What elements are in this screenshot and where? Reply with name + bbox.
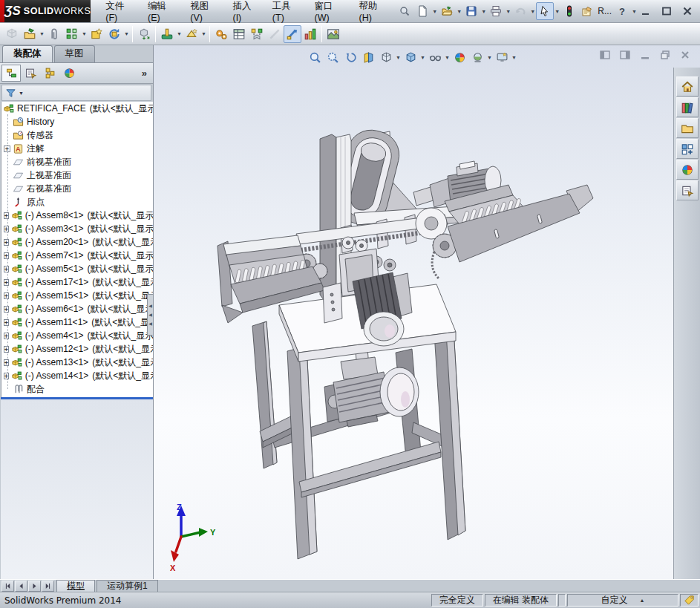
- view-orientation-button[interactable]: [377, 48, 395, 66]
- document-tab-0[interactable]: 模型: [56, 580, 95, 592]
- document-tab-1[interactable]: 运动算例1: [97, 580, 158, 592]
- tree-row[interactable]: 原点: [1, 195, 153, 209]
- next-tab-button[interactable]: [28, 581, 41, 592]
- expand-icon[interactable]: +: [4, 346, 9, 353]
- dropdown-arrow-icon[interactable]: ▼: [176, 25, 183, 43]
- tree-row[interactable]: +(-) Assem11<1>(默认<默认_显示状态: [1, 316, 153, 329]
- assembly-features-button[interactable]: [158, 25, 176, 43]
- configuration-manager-tab[interactable]: [40, 65, 59, 82]
- assembly-model-graphics[interactable]: Z Y X: [154, 68, 672, 579]
- expand-icon[interactable]: +: [4, 333, 9, 339]
- tree-row-root[interactable]: RETIFICA_FACE(默认<默认_显示状态-1>): [1, 102, 153, 115]
- tree-row[interactable]: +(-) Assem15<1>(默认<默认_显示状态: [1, 289, 153, 302]
- display-style-button[interactable]: [402, 48, 419, 66]
- design-library-button[interactable]: [676, 97, 699, 117]
- expand-icon[interactable]: +: [4, 279, 9, 286]
- tree-row[interactable]: 上视基准面: [1, 169, 153, 182]
- mate-button[interactable]: [45, 25, 63, 43]
- exploded-view-button[interactable]: [248, 25, 266, 43]
- last-tab-button[interactable]: [42, 581, 54, 592]
- expand-icon[interactable]: +: [4, 373, 9, 379]
- tree-filter-bar[interactable]: ▼: [1, 85, 151, 101]
- help-button[interactable]: ?: [613, 2, 631, 20]
- hide-show-items-button[interactable]: [426, 48, 444, 66]
- undo-button[interactable]: [511, 2, 529, 20]
- expand-icon[interactable]: +: [4, 239, 9, 246]
- tree-row[interactable]: +(-) Assem7<1>(默认<默认_显示状态: [1, 249, 153, 262]
- menu-item-4[interactable]: 工具(T): [264, 0, 306, 22]
- dropdown-arrow-icon[interactable]: ▼: [554, 2, 560, 20]
- component-pattern-button[interactable]: [63, 25, 81, 43]
- tree-row[interactable]: +(-) Assem6<1>(默认<默认_显示状态: [1, 302, 153, 316]
- tree-row[interactable]: +(-) Assem14<1>(默认<默认_显示状态: [1, 369, 153, 382]
- pane-right-button[interactable]: [618, 48, 632, 62]
- filter-dropdown-arrow[interactable]: ▼: [19, 91, 24, 96]
- menu-item-2[interactable]: 视图(V): [181, 0, 223, 22]
- expand-icon[interactable]: +: [4, 266, 9, 272]
- menu-item-0[interactable]: 文件(F): [97, 0, 139, 22]
- edit-note-button[interactable]: [578, 2, 596, 20]
- first-tab-button[interactable]: [1, 581, 14, 592]
- pane-left-button[interactable]: [598, 48, 612, 62]
- bill-of-materials-button[interactable]: [230, 25, 248, 43]
- tree-row[interactable]: +(-) Assem12<1>(默认<默认_显示状态: [1, 342, 153, 356]
- open-part-button[interactable]: [21, 25, 39, 43]
- section-view-button[interactable]: [359, 48, 377, 66]
- tree-row[interactable]: +(-) Assem20<1>(默认<默认_显示状态: [1, 235, 153, 249]
- open-document-button[interactable]: [438, 2, 456, 20]
- tree-row[interactable]: 前视基准面: [1, 155, 153, 169]
- menu-item-6[interactable]: 帮助(H): [350, 0, 393, 22]
- close-button[interactable]: [679, 4, 696, 19]
- dropdown-arrow-icon[interactable]: ▼: [431, 2, 438, 20]
- expand-icon[interactable]: +: [4, 359, 9, 366]
- search-button[interactable]: [396, 2, 413, 20]
- tree-row[interactable]: +(-) Assem13<1>(默认<默认_显示状态: [1, 356, 153, 369]
- doc-restore-button[interactable]: [658, 48, 673, 62]
- doc-minimize-button[interactable]: [638, 48, 652, 62]
- print-button[interactable]: [487, 2, 505, 20]
- tree-row[interactable]: History: [1, 115, 153, 128]
- tree-row[interactable]: +(-) Assem3<1>(默认<默认_显示状态: [1, 222, 153, 235]
- graphics-viewport[interactable]: ▼▼▼▼▼: [154, 45, 700, 579]
- select-cursor-button[interactable]: [536, 2, 554, 20]
- explode-line-sketch-button[interactable]: [266, 25, 284, 43]
- tree-row[interactable]: 右视基准面: [1, 182, 153, 195]
- expand-icon[interactable]: +: [4, 252, 9, 259]
- rotate-component-button[interactable]: [105, 25, 123, 43]
- tree-row[interactable]: +(-) Assem17<1>(默认<默认_显示状态: [1, 275, 153, 289]
- previous-view-button[interactable]: [341, 48, 359, 66]
- command-tab-1[interactable]: 草图: [54, 45, 95, 62]
- display-manager-tab[interactable]: [59, 65, 79, 82]
- minimize-button[interactable]: [638, 4, 654, 19]
- custom-properties-button[interactable]: [676, 180, 699, 200]
- performance-evaluation-button[interactable]: [560, 2, 578, 20]
- tree-row[interactable]: +A注解: [1, 142, 153, 155]
- insert-components-button[interactable]: [3, 25, 21, 43]
- menu-item-3[interactable]: 插入(I): [223, 0, 263, 22]
- dropdown-arrow-icon[interactable]: ▼: [39, 25, 45, 43]
- dropdown-arrow-icon[interactable]: ▼: [456, 2, 462, 20]
- command-tab-0[interactable]: 装配体: [2, 45, 53, 62]
- dropdown-arrow-icon[interactable]: ▼: [505, 2, 511, 20]
- reference-geometry-button[interactable]: [183, 25, 200, 43]
- dropdown-arrow-icon[interactable]: ▼: [395, 48, 402, 66]
- maximize-button[interactable]: [658, 4, 675, 19]
- dropdown-arrow-icon[interactable]: ▼: [486, 48, 493, 66]
- view-settings-button[interactable]: [493, 48, 511, 66]
- menu-item-5[interactable]: 窗口(W): [306, 0, 350, 22]
- move-component-button[interactable]: [135, 25, 153, 43]
- dropdown-arrow-icon[interactable]: ▼: [419, 48, 426, 66]
- panel-overflow-button[interactable]: »: [142, 68, 150, 79]
- dropdown-arrow-icon[interactable]: ▼: [631, 2, 638, 20]
- save-button[interactable]: [462, 2, 480, 20]
- dropdown-arrow-icon[interactable]: ▼: [511, 48, 517, 66]
- status-custom-dropdown[interactable]: 自定义▲: [567, 594, 678, 607]
- expand-icon[interactable]: +: [4, 226, 9, 232]
- tree-row[interactable]: 配合: [1, 382, 153, 396]
- expand-icon[interactable]: +: [4, 292, 9, 299]
- status-tag-button[interactable]: [680, 594, 699, 607]
- prev-tab-button[interactable]: [15, 581, 27, 592]
- tree-row[interactable]: 传感器: [1, 128, 153, 142]
- zoom-to-area-button[interactable]: [324, 48, 341, 66]
- view-palette-button[interactable]: [676, 139, 699, 159]
